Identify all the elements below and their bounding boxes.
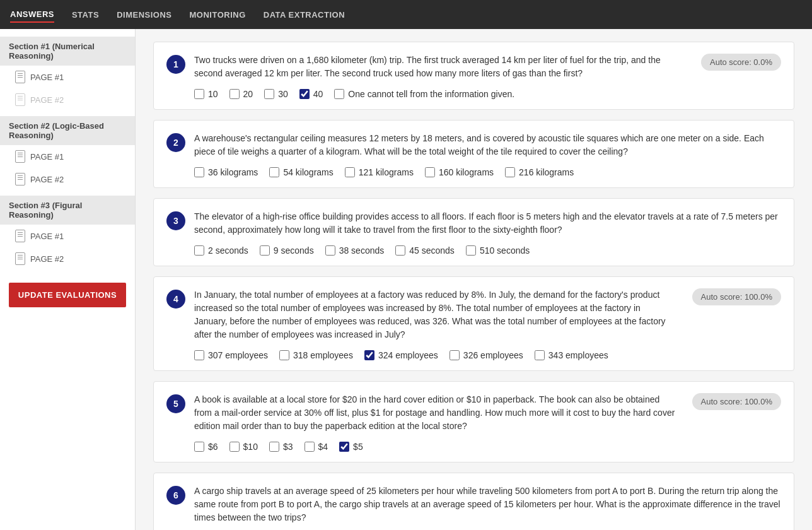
doc-icon	[15, 71, 25, 83]
q4-checkbox-1[interactable]	[194, 350, 204, 360]
q4-number: 4	[166, 290, 185, 309]
q2-option-5[interactable]: 216 kilograms	[505, 167, 574, 177]
main-layout: Section #1 (Numerical Reasoning) PAGE #1…	[0, 29, 812, 530]
q4-checkbox-4[interactable]	[450, 350, 460, 360]
q2-options: 36 kilograms 54 kilograms 121 kilograms …	[166, 167, 781, 177]
q5-label-2: $10	[243, 442, 258, 452]
q4-label-2: 318 employees	[293, 350, 353, 360]
nav-answers[interactable]: ANSWERS	[10, 7, 54, 23]
q1-label-2: 20	[243, 89, 253, 99]
sidebar-label-s3p1: PAGE #1	[30, 232, 64, 241]
q5-checkbox-3[interactable]	[269, 442, 279, 452]
q3-option-2[interactable]: 9 seconds	[260, 245, 314, 256]
nav-data-extraction[interactable]: DATA EXTRACTION	[264, 8, 345, 22]
q5-label-3: $3	[283, 442, 293, 452]
q2-checkbox-5[interactable]	[505, 167, 515, 177]
q4-auto-score: Auto score: 100.0%	[692, 288, 781, 305]
q2-option-2[interactable]: 54 kilograms	[269, 167, 333, 177]
sidebar-item-s3p2[interactable]: PAGE #2	[0, 247, 135, 270]
q1-label-4: 40	[313, 89, 323, 99]
q2-option-3[interactable]: 121 kilograms	[345, 167, 414, 177]
section2-header: Section #2 (Logic-Based Reasoning)	[0, 116, 135, 145]
q5-option-3[interactable]: $3	[269, 442, 293, 452]
q5-checkbox-1[interactable]	[194, 442, 204, 452]
q2-number: 2	[166, 133, 185, 152]
q3-label-4: 45 seconds	[409, 245, 455, 256]
q5-checkbox-5[interactable]	[339, 442, 349, 452]
section3-header: Section #3 (Figural Reasoning)	[0, 196, 135, 225]
q1-label-1: 10	[208, 89, 218, 99]
q1-option-4[interactable]: 40	[299, 89, 323, 99]
sidebar: Section #1 (Numerical Reasoning) PAGE #1…	[0, 29, 136, 530]
q3-option-4[interactable]: 45 seconds	[395, 245, 455, 256]
q4-option-1[interactable]: 307 employees	[194, 350, 268, 360]
sidebar-item-s3p1[interactable]: PAGE #1	[0, 225, 135, 247]
q2-checkbox-4[interactable]	[425, 167, 435, 177]
sidebar-item-s2p1[interactable]: PAGE #1	[0, 145, 135, 168]
q2-checkbox-1[interactable]	[194, 167, 204, 177]
q2-label-5: 216 kilograms	[519, 167, 574, 177]
q2-option-1[interactable]: 36 kilograms	[194, 167, 258, 177]
update-evaluations-button[interactable]: UPDATE EVALUATIONS	[9, 283, 126, 307]
q4-label-4: 326 employees	[463, 350, 523, 360]
sidebar-item-s1p2[interactable]: PAGE #2	[0, 88, 135, 111]
sidebar-item-s2p2[interactable]: PAGE #2	[0, 168, 135, 191]
q1-option-3[interactable]: 30	[264, 89, 288, 99]
q4-option-4[interactable]: 326 employees	[450, 350, 523, 360]
q6-text: A cargo ship travels at an average speed…	[194, 485, 781, 524]
q4-checkbox-5[interactable]	[535, 350, 545, 360]
q2-label-1: 36 kilograms	[208, 167, 258, 177]
q5-number: 5	[166, 394, 185, 413]
q4-checkbox-3[interactable]	[364, 350, 374, 360]
q3-label-2: 9 seconds	[274, 245, 314, 256]
q3-label-3: 38 seconds	[339, 245, 385, 256]
sidebar-label-s2p1: PAGE #1	[30, 152, 64, 162]
q4-option-3[interactable]: 324 employees	[364, 350, 438, 360]
q2-checkbox-2[interactable]	[269, 167, 279, 177]
q4-option-5[interactable]: 343 employees	[535, 350, 608, 360]
q5-option-4[interactable]: $4	[304, 442, 328, 452]
q5-auto-score: Auto score: 100.0%	[692, 393, 781, 410]
q3-option-1[interactable]: 2 seconds	[194, 245, 248, 256]
doc-icon	[15, 252, 25, 265]
q1-option-1[interactable]: 10	[194, 89, 218, 99]
q3-option-3[interactable]: 38 seconds	[325, 245, 385, 256]
question-3: 3 The elevator of a high-rise office bui…	[153, 198, 794, 266]
q1-option-5[interactable]: One cannot tell from the information giv…	[334, 89, 514, 99]
q1-option-2[interactable]: 20	[229, 89, 253, 99]
q2-checkbox-3[interactable]	[345, 167, 355, 177]
sidebar-label-s2p2: PAGE #2	[30, 175, 64, 184]
main-content: 1 Two trucks were driven on a 1,680 kilo…	[136, 29, 812, 530]
q5-label-4: $4	[318, 442, 328, 452]
q2-option-4[interactable]: 160 kilograms	[425, 167, 494, 177]
q4-option-2[interactable]: 318 employees	[279, 350, 353, 360]
nav-dimensions[interactable]: DIMENSIONS	[117, 8, 171, 22]
q5-checkbox-2[interactable]	[229, 442, 240, 452]
q3-option-5[interactable]: 510 seconds	[466, 245, 530, 256]
q5-checkbox-4[interactable]	[304, 442, 315, 452]
nav-monitoring[interactable]: MONITORING	[189, 8, 245, 22]
q2-text: A warehouse's rectangular ceiling measur…	[194, 132, 781, 158]
q5-option-2[interactable]: $10	[229, 442, 258, 452]
q2-label-4: 160 kilograms	[439, 167, 494, 177]
q5-option-1[interactable]: $6	[194, 442, 218, 452]
q1-checkbox-2[interactable]	[229, 89, 240, 99]
q3-checkbox-2[interactable]	[260, 245, 270, 256]
q1-checkbox-1[interactable]	[194, 89, 204, 99]
q1-number: 1	[166, 55, 185, 74]
q1-checkbox-4[interactable]	[299, 89, 310, 99]
q3-checkbox-3[interactable]	[325, 245, 335, 256]
q1-checkbox-3[interactable]	[264, 89, 274, 99]
q2-label-2: 54 kilograms	[283, 167, 333, 177]
nav-stats[interactable]: STATS	[72, 8, 99, 22]
q5-text: A book is available at a local store for…	[194, 393, 676, 433]
q3-checkbox-5[interactable]	[466, 245, 476, 256]
q3-checkbox-4[interactable]	[395, 245, 405, 256]
sidebar-item-s1p1[interactable]: PAGE #1	[0, 66, 135, 88]
q5-option-5[interactable]: $5	[339, 442, 363, 452]
q6-header: 6 A cargo ship travels at an average spe…	[166, 485, 781, 524]
q4-header: 4 In January, the total number of employ…	[166, 288, 781, 341]
q4-checkbox-2[interactable]	[279, 350, 289, 360]
q3-checkbox-1[interactable]	[194, 245, 204, 256]
q1-checkbox-5[interactable]	[334, 89, 344, 99]
